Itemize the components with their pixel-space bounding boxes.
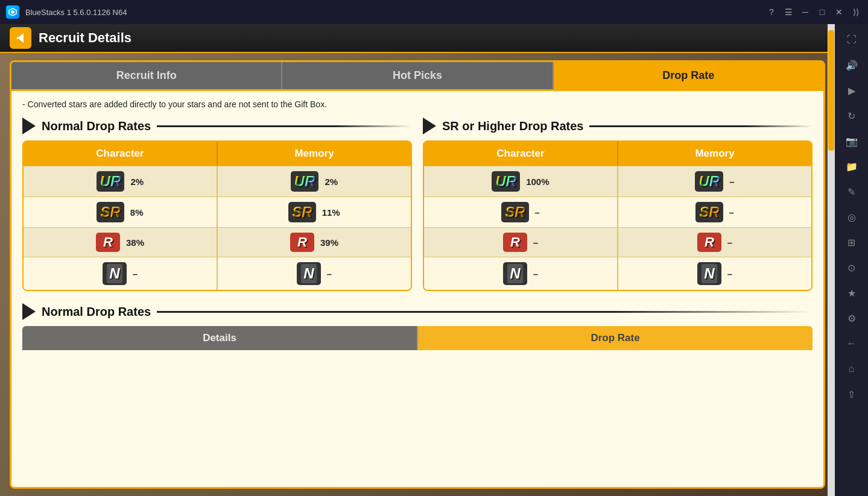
sr-sr-mem: SR –: [618, 197, 811, 227]
arrow-icon-3: [22, 303, 36, 320]
bottom-tabs: Details Drop Rate: [22, 326, 813, 350]
normal-char-header: Character: [24, 142, 218, 166]
sidebar-settings-icon[interactable]: ⚙: [841, 307, 863, 329]
sr-n-char: N –: [424, 257, 618, 290]
bluestacks-logo: [6, 5, 19, 19]
normal-drop-header: Normal Drop Rates: [22, 118, 412, 134]
arrow-icon-2: [423, 118, 436, 134]
main-content: Recruit Details Recruit Info Hot Picks D…: [0, 24, 835, 496]
sr-char-header: Character: [424, 142, 618, 166]
tab-recruit-info[interactable]: Recruit Info: [11, 62, 282, 89]
table-row: UR 100% UR –: [424, 166, 811, 196]
normal-mem-header: Memory: [218, 142, 411, 166]
table-row: R 38% R 39%: [24, 227, 411, 257]
sidebar-camera-icon[interactable]: 📷: [841, 130, 863, 152]
table-row: N – N –: [24, 257, 411, 290]
normal-drop-table: Character Memory UR 2%: [22, 140, 412, 291]
normal-drop-column: Normal Drop Rates Character Memory: [22, 118, 412, 291]
normal-drop-title: Normal Drop Rates: [42, 119, 151, 133]
notice-text: - Converted stars are added directly to …: [22, 99, 813, 109]
back-button[interactable]: [10, 27, 31, 49]
sr-drop-title: SR or Higher Drop Rates: [442, 119, 583, 133]
sr-r-mem: R –: [618, 228, 811, 257]
maximize-icon[interactable]: □: [816, 6, 828, 18]
sidebar-fullscreen-icon[interactable]: ⛶: [841, 29, 863, 51]
bottom-section-title: Normal Drop Rates: [42, 305, 151, 319]
menu-icon[interactable]: ☰: [782, 6, 794, 18]
sr-table-header: Character Memory: [424, 142, 811, 166]
sidebar-refresh-icon[interactable]: ↻: [841, 105, 863, 127]
sidebar-star-icon[interactable]: ★: [841, 282, 863, 304]
sr-r-char: R –: [424, 228, 618, 257]
titlebar: BlueStacks 1 5.6.0.1126 N64 ? ☰ ─ □ ✕ ⟩⟩: [0, 0, 868, 24]
svg-marker-2: [17, 33, 24, 43]
sidebar-edit-icon[interactable]: ✎: [841, 181, 863, 202]
sr-drop-table: Character Memory UR 100%: [423, 140, 813, 291]
sr-mem-header: Memory: [618, 142, 811, 166]
table-row: SR 8% SR 11%: [24, 196, 411, 227]
normal-ur-char: UR 2%: [24, 166, 218, 196]
main-panel: Recruit Info Hot Picks Drop Rate - Conve…: [10, 60, 825, 489]
table-row: UR 2% UR 2%: [24, 166, 411, 196]
sidebar-folder-icon[interactable]: 📁: [841, 155, 863, 177]
bottom-tab-details[interactable]: Details: [22, 326, 418, 350]
section-line-3: [157, 311, 813, 313]
svg-rect-3: [17, 37, 18, 39]
normal-ur-mem: UR 2%: [218, 166, 411, 196]
sr-sr-char: SR –: [424, 197, 618, 227]
panel-content: - Converted stars are added directly to …: [11, 91, 823, 487]
normal-r-char: R 38%: [24, 228, 218, 257]
normal-n-mem: N –: [218, 257, 411, 290]
arrow-icon: [22, 118, 36, 134]
window-controls: ? ☰ ─ □ ✕ ⟩⟩: [765, 6, 862, 18]
drop-rates-columns: Normal Drop Rates Character Memory: [22, 118, 813, 291]
tab-drop-rate[interactable]: Drop Rate: [554, 62, 823, 89]
close-icon[interactable]: ✕: [833, 6, 845, 18]
bottom-section-header: Normal Drop Rates: [22, 303, 813, 320]
scroll-thumb[interactable]: [828, 30, 834, 151]
tab-bar: Recruit Info Hot Picks Drop Rate: [11, 62, 823, 91]
sr-drop-column: SR or Higher Drop Rates Character Memory: [423, 118, 813, 291]
app-title: BlueStacks 1 5.6.0.1126 N64: [25, 8, 127, 17]
help-icon[interactable]: ?: [765, 6, 778, 18]
normal-table-header: Character Memory: [24, 142, 411, 166]
normal-sr-char: SR 8%: [24, 197, 218, 227]
tab-hot-picks[interactable]: Hot Picks: [282, 62, 553, 89]
sidebar-location-icon[interactable]: ◎: [841, 206, 863, 228]
minimize-icon[interactable]: ─: [799, 6, 811, 18]
sidebar-home-icon[interactable]: ⌂: [841, 358, 863, 380]
sidebar-back-icon[interactable]: ←: [841, 333, 863, 354]
back-nav-icon[interactable]: ⟩⟩: [850, 6, 862, 18]
normal-table-body: UR 2% UR 2%: [24, 166, 411, 290]
sr-ur-char: UR 100%: [424, 166, 618, 196]
normal-sr-mem: SR 11%: [218, 197, 411, 227]
sidebar-up-icon[interactable]: ⇧: [841, 383, 863, 405]
sidebar-layers-icon[interactable]: ⊞: [841, 231, 863, 253]
section-line-2: [589, 125, 813, 127]
sidebar-volume-icon[interactable]: 🔊: [841, 54, 863, 76]
bottom-tab-droprate[interactable]: Drop Rate: [418, 326, 813, 350]
right-sidebar: ⛶ 🔊 ▶ ↻ 📷 📁 ✎ ◎ ⊞ ⊙ ★ ⚙ ← ⌂ ⇧: [835, 24, 868, 496]
sr-table-body: UR 100% UR –: [424, 166, 811, 290]
page-title: Recruit Details: [39, 30, 131, 46]
sr-ur-mem: UR –: [618, 166, 811, 196]
sidebar-play-icon[interactable]: ▶: [841, 80, 863, 101]
table-row: SR – SR –: [424, 196, 811, 227]
table-row: R – R –: [424, 227, 811, 257]
section-line: [157, 125, 412, 127]
sidebar-macro-icon[interactable]: ⊙: [841, 257, 863, 278]
normal-n-char: N –: [24, 257, 218, 290]
sr-drop-header: SR or Higher Drop Rates: [423, 118, 813, 134]
table-row: N – N –: [424, 257, 811, 290]
svg-marker-1: [11, 10, 14, 14]
normal-r-mem: R 39%: [218, 228, 411, 257]
header-bar: Recruit Details: [0, 24, 835, 53]
scroll-indicator: [828, 24, 835, 496]
sr-n-mem: N –: [618, 257, 811, 290]
